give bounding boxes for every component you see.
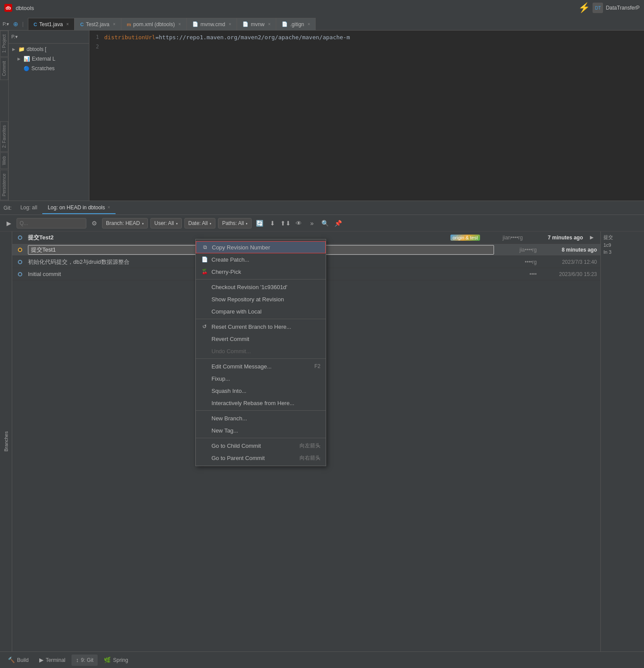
ctx-fixup[interactable]: Fixup...: [196, 372, 326, 385]
git-magnify-btn[interactable]: 🔍: [320, 218, 330, 228]
ctx-cherry-pick[interactable]: 🍒 Cherry-Pick: [196, 266, 326, 278]
date-dropdown[interactable]: Date: All ⬧: [184, 218, 216, 228]
ctx-checkout-label: Checkout Revision '1c93601d': [211, 284, 287, 290]
tab-test1[interactable]: C Test1.java ×: [28, 18, 75, 30]
terminal-button[interactable]: ▶ Terminal: [35, 654, 70, 666]
git-expand-btn[interactable]: ▶: [3, 218, 14, 228]
tree-item-external[interactable]: ▶ 📊 External L: [9, 54, 89, 64]
tab-gitignore[interactable]: 📄 .gitign ×: [276, 18, 316, 30]
branch-label: Branch: HEAD: [106, 220, 140, 226]
sidebar-item-persistence[interactable]: Persistence: [0, 170, 8, 200]
commit-time-1: 7 minutes ago: [526, 235, 583, 241]
git-tab-head[interactable]: Log: on HEAD in dbtools ×: [42, 202, 115, 214]
ctx-reset-branch[interactable]: ↺ Reset Current Branch to Here...: [196, 320, 326, 333]
sidebar-item-favorites[interactable]: 2: Favorites: [0, 121, 8, 152]
git-search-input[interactable]: [17, 218, 86, 228]
tab-mvnw-cmd-close[interactable]: ×: [228, 22, 231, 27]
paths-caret: ⬧: [245, 221, 248, 225]
ctx-new-tag[interactable]: New Tag...: [196, 424, 326, 436]
ctx-goto-child[interactable]: Go to Child Commit 向左箭头: [196, 440, 326, 452]
ctx-revert-commit[interactable]: Revert Commit: [196, 333, 326, 345]
git-icon: ↕: [76, 657, 79, 663]
tab-pom-close[interactable]: ×: [178, 22, 181, 27]
ctx-separator-1: [196, 279, 326, 279]
git-label: 9: Git: [81, 657, 94, 663]
ctx-compare-local[interactable]: Compare with Local: [196, 305, 326, 317]
ctx-checkout[interactable]: Checkout Revision '1c93601d': [196, 281, 326, 293]
editor-area: 1 distributionUrl=https://repo1.maven.or…: [89, 31, 644, 201]
branches-label: Branches: [3, 431, 9, 451]
ctx-separator-2: [196, 319, 326, 319]
tab-mvnw[interactable]: 📄 mvnw ×: [237, 18, 276, 30]
git-sort-btn[interactable]: ⬆⬇: [280, 218, 291, 228]
tab-test1-close[interactable]: ×: [66, 22, 69, 27]
tab-gitignore-close[interactable]: ×: [308, 22, 310, 27]
project-header: P.▾: [9, 31, 89, 44]
rebase-icon: [201, 399, 208, 406]
ctx-interactive-rebase-label: Interactively Rebase from Here...: [211, 400, 294, 406]
git-pin-btn[interactable]: 📌: [333, 218, 343, 228]
build-icon: 🔨: [8, 657, 15, 663]
ctx-squash[interactable]: Squash Into...: [196, 385, 326, 397]
sidebar-item-project[interactable]: 1: Project: [0, 31, 8, 57]
git-button[interactable]: ↕ 9: Git: [72, 654, 98, 666]
tree-item-dbtools[interactable]: ▶ 📁 dbtools [: [9, 44, 89, 54]
ctx-edit-commit-msg[interactable]: Edit Commit Message... F2: [196, 360, 326, 372]
external-icon: 📊: [24, 56, 30, 62]
ctx-interactive-rebase[interactable]: Interactively Rebase from Here...: [196, 397, 326, 409]
git-more-btn[interactable]: »: [307, 218, 317, 228]
user-dropdown[interactable]: User: All ⬧: [150, 218, 182, 228]
line-num-1: 1: [89, 34, 102, 40]
ctx-copy-revision[interactable]: ⧉ Copy Revision Number: [196, 241, 326, 253]
code-line-2: 2: [89, 42, 644, 51]
new-tag-icon: [201, 427, 208, 434]
ctx-show-repo[interactable]: Show Repository at Revision: [196, 293, 326, 305]
tab-file1-icon: 📄: [192, 21, 198, 27]
left-sidebar-strip: 1: Project Commit 2: Favorites Web Persi…: [0, 31, 9, 201]
app-icon: db: [4, 4, 12, 12]
tab-mvnw-cmd[interactable]: 📄 mvnw.cmd ×: [187, 18, 237, 30]
magic-icon: ⚡: [578, 2, 590, 14]
git-settings-btn[interactable]: ⚙: [89, 218, 99, 228]
build-button[interactable]: 🔨 Build: [3, 654, 33, 666]
squash-icon: [201, 387, 208, 394]
ctx-goto-parent[interactable]: Go to Parent Commit 向右箭头: [196, 452, 326, 464]
tree-item-scratches[interactable]: 🔵 Scratches: [9, 64, 89, 73]
scroll-arrow-right-1[interactable]: ▶: [586, 232, 597, 243]
ctx-new-branch[interactable]: New Branch...: [196, 412, 326, 424]
code-line-1: 1 distributionUrl=https://repo1.maven.or…: [89, 32, 644, 42]
spring-button[interactable]: 🌿 Spring: [99, 654, 133, 666]
code-content[interactable]: 1 distributionUrl=https://repo1.maven.or…: [89, 31, 644, 201]
title-bar: db dbtools ⚡ DT DataTransferP: [0, 0, 644, 16]
sidebar-item-web[interactable]: Web: [0, 152, 8, 169]
datatransfer-icon[interactable]: DT: [593, 3, 603, 13]
git-eye-btn[interactable]: 👁: [293, 218, 304, 228]
branch-dropdown[interactable]: Branch: HEAD ⬧: [102, 218, 148, 228]
commit-dot-area-1: [16, 235, 24, 240]
tab-mvnw-cmd-label: mvnw.cmd: [201, 21, 225, 27]
fixup-icon: [201, 375, 208, 382]
git-fetch-btn[interactable]: ⬇: [267, 218, 278, 228]
ctx-create-patch[interactable]: 📄 Create Patch...: [196, 253, 326, 266]
terminal-icon: ▶: [39, 657, 44, 663]
git-refresh-btn[interactable]: 🔄: [254, 218, 265, 228]
new-tab-btn[interactable]: ⊕: [13, 20, 18, 27]
commit-dot-area-4: [16, 272, 24, 276]
git-tab-head-close[interactable]: ×: [108, 205, 110, 210]
tab-test2-close[interactable]: ×: [113, 22, 116, 27]
tab-pom[interactable]: m pom.xml (dbtools) ×: [121, 18, 187, 30]
git-tab-all[interactable]: Log: all: [15, 202, 43, 214]
tab-pom-label: pom.xml (dbtools): [133, 21, 175, 27]
tab-c2-icon: C: [80, 22, 84, 27]
sidebar-item-commit[interactable]: Commit: [0, 57, 8, 80]
tab-test2[interactable]: C Test2.java ×: [75, 18, 121, 30]
tab-gitignore-label: .gitign: [290, 21, 304, 27]
paths-dropdown[interactable]: Paths: All ⬧: [218, 218, 252, 228]
git-label: Git:: [3, 205, 12, 211]
commit-dot-area-3: [16, 260, 24, 264]
app-name: dbtools: [16, 5, 34, 11]
paths-label: Paths: All: [222, 220, 244, 226]
project-header-label: P.▾: [11, 34, 18, 40]
commit-author-3: ••••rg: [497, 259, 537, 265]
tab-mvnw-close[interactable]: ×: [268, 22, 271, 27]
